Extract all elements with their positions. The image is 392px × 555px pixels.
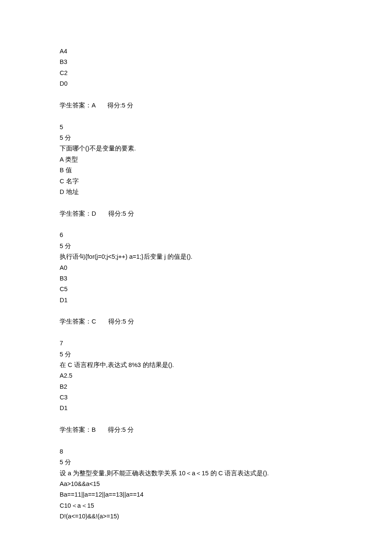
answer-value: C [92, 318, 96, 325]
question-stem: 执行语句{for(j=0;j<5;j++) a=1;}后变量 j 的值是(). [60, 251, 332, 262]
blank-line [60, 197, 332, 208]
question-stem: 在 C 语言程序中,表达式 8%3 的结果是(). [60, 360, 332, 370]
option-b: B2 [60, 382, 332, 392]
option-c: C10＜a＜15 [60, 500, 332, 511]
document-page: A4 B3 C2 D0 学生答案：A 得分:5 分 5 5 分 下面哪个()不是… [0, 0, 392, 555]
gap [96, 426, 108, 433]
gap [96, 210, 108, 217]
option-c: C2 [60, 68, 332, 78]
option-a: Aa>10&&a<15 [60, 479, 332, 489]
blank-line [60, 414, 332, 425]
score-label: 得分: [108, 318, 123, 325]
question-number: 5 [60, 122, 332, 133]
answer-value: D [92, 210, 96, 217]
question-number: 6 [60, 230, 332, 240]
option-b: B3 [60, 273, 332, 284]
answer-label: 学生答案： [60, 318, 92, 325]
option-d: D0 [60, 78, 332, 89]
option-b: B3 [60, 57, 332, 67]
option-d: D 地址 [60, 187, 332, 197]
option-c: C3 [60, 392, 332, 403]
option-a: A4 [60, 46, 332, 57]
score-value: 5 分 [122, 102, 133, 109]
question-stem: 设 a 为整型变量,则不能正确表达数学关系 10＜a＜15 的 C 语言表达式是… [60, 468, 332, 479]
score-value: 5 分 [123, 210, 134, 217]
option-d: D!(a<=10)&&!(a>=15) [60, 511, 332, 522]
blank-line [60, 306, 332, 316]
score-label: 得分: [108, 426, 122, 433]
gap [95, 102, 107, 109]
answer-label: 学生答案： [60, 102, 92, 109]
option-a: A2.5 [60, 370, 332, 381]
question-number: 8 [60, 446, 332, 457]
option-d: D1 [60, 403, 332, 413]
gap [96, 318, 108, 325]
option-b: B 值 [60, 165, 332, 176]
blank-line [60, 111, 332, 121]
answer-line: 学生答案：D 得分:5 分 [60, 208, 332, 219]
answer-line: 学生答案：A 得分:5 分 [60, 100, 332, 111]
question-stem: 下面哪个()不是变量的要素. [60, 143, 332, 154]
score-label: 得分: [108, 210, 123, 217]
question-points: 5 分 [60, 241, 332, 251]
option-d: D1 [60, 295, 332, 306]
blank-line [60, 327, 332, 338]
answer-line: 学生答案：C 得分:5 分 [60, 316, 332, 327]
question-points: 5 分 [60, 349, 332, 360]
blank-line [60, 436, 332, 446]
option-a: A 类型 [60, 154, 332, 165]
question-points: 5 分 [60, 457, 332, 468]
answer-value: B [92, 426, 96, 433]
answer-label: 学生答案： [60, 426, 92, 433]
blank-line [60, 90, 332, 100]
blank-line [60, 219, 332, 230]
score-value: 5 分 [123, 318, 134, 325]
option-a: A0 [60, 263, 332, 273]
option-b: Ba==11||a==12||a==13||a==14 [60, 489, 332, 500]
question-points: 5 分 [60, 133, 332, 143]
answer-line: 学生答案：B 得分:5 分 [60, 425, 332, 435]
score-label: 得分: [107, 102, 122, 109]
question-number: 7 [60, 338, 332, 349]
option-c: C5 [60, 284, 332, 295]
answer-label: 学生答案： [60, 210, 92, 217]
answer-value: A [92, 102, 95, 109]
option-c: C 名字 [60, 176, 332, 187]
score-value: 5 分 [122, 426, 134, 433]
